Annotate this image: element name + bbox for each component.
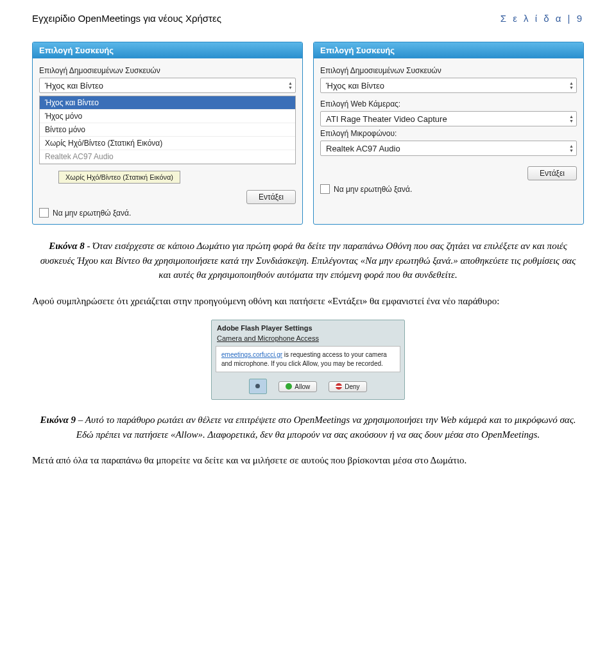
select-value: Ήχος και Βίντεο [326, 81, 384, 90]
caption-lead: Εικόνα 9 [40, 415, 76, 425]
flash-subtitle: Camera and Microphone Access [212, 333, 404, 346]
caption-lead: Εικόνα 8 [49, 241, 85, 251]
device-mode-select[interactable]: Ήχος και Βίντεο ▲▼ [39, 78, 296, 93]
dont-ask-checkbox[interactable] [39, 208, 49, 218]
header-left: Εγχειρίδιο OpenMeetings για νέους Χρήστε… [32, 13, 221, 24]
section-label: Επιλογή Δημοσιευμένων Συσκευών [39, 66, 296, 75]
flash-message: emeetings.corfucci.gr is requesting acce… [216, 346, 400, 372]
spinner-icon: ▲▼ [288, 81, 293, 90]
allow-button[interactable]: Allow [278, 381, 317, 392]
flash-permission-dialog: Adobe Flash Player Settings Camera and M… [211, 320, 405, 400]
device-dialog-left: Επιλογή Συσκευής Επιλογή Δημοσιευμένων Σ… [32, 42, 303, 225]
device-mode-listbox[interactable]: Ήχος και Βίντεο Ήχος μόνο Βίντεο μόνο Χω… [39, 96, 296, 164]
figure-8-caption: Εικόνα 8 - Όταν εισέρχεστε σε κάποιο Δωμ… [38, 239, 578, 282]
list-item[interactable]: Χωρίς Ηχό/Βίντεο (Στατική Εικόνα) [40, 137, 295, 150]
flash-title: Adobe Flash Player Settings [212, 320, 404, 333]
select-value: Ήχος και Βίντεο [45, 81, 103, 90]
list-item[interactable]: Βίντεο μόνο [40, 123, 295, 137]
ok-button[interactable]: Εντάξει [246, 190, 296, 204]
checkbox-label: Να μην ερωτηθώ ξανά. [53, 209, 131, 218]
deny-label: Deny [345, 383, 359, 390]
flash-domain-link[interactable]: emeetings.corfucci.gr [221, 351, 282, 358]
camera-label: Επιλογή Web Κάμερας: [320, 99, 577, 108]
header-right: Σ ε λ ί δ α | 9 [501, 13, 584, 24]
body-paragraph: Μετά από όλα τα παραπάνω θα μπορείτε να … [32, 453, 584, 468]
select-value: ATI Rage Theater Video Capture [326, 114, 447, 124]
list-item[interactable]: Realtek AC97 Audio [40, 150, 295, 164]
spinner-icon: ▲▼ [569, 114, 574, 123]
spinner-icon: ▲▼ [569, 81, 574, 90]
mic-label: Επιλογή Μικροφώνου: [320, 129, 577, 138]
dont-ask-checkbox[interactable] [320, 184, 330, 194]
list-item[interactable]: Ήχος και Βίντεο [40, 96, 295, 110]
dialog-title: Επιλογή Συσκευής [33, 42, 302, 58]
ok-button[interactable]: Εντάξει [527, 166, 577, 180]
page-header: Εγχειρίδιο OpenMeetings για νέους Χρήστε… [32, 13, 584, 24]
spinner-icon: ▲▼ [569, 144, 574, 153]
tooltip: Χωρίς Ηχό/Βίντεο (Στατική Εικόνα) [58, 171, 180, 184]
camera-icon [249, 379, 267, 394]
dialog-title: Επιλογή Συσκευής [314, 42, 583, 58]
body-paragraph: Αφού συμπληρώσετε ότι χρειάζεται στην πρ… [32, 294, 584, 309]
select-value: Realtek AC97 Audio [326, 144, 400, 153]
dialogs-row: Επιλογή Συσκευής Επιλογή Δημοσιευμένων Σ… [32, 42, 584, 225]
deny-icon [336, 383, 342, 390]
caption-rest: - Όταν εισέρχεστε σε κάποιο Δωμάτιο για … [40, 241, 576, 280]
device-dialog-right: Επιλογή Συσκευής Επιλογή Δημοσιευμένων Σ… [313, 42, 584, 225]
mic-select[interactable]: Realtek AC97 Audio ▲▼ [320, 141, 577, 156]
caption-rest: – Αυτό το παράθυρο ρωτάει αν θέλετε να ε… [76, 415, 576, 440]
allow-label: Allow [295, 383, 310, 390]
device-mode-select[interactable]: Ήχος και Βίντεο ▲▼ [320, 78, 577, 93]
camera-select[interactable]: ATI Rage Theater Video Capture ▲▼ [320, 111, 577, 126]
deny-button[interactable]: Deny [329, 381, 366, 392]
checkbox-label: Να μην ερωτηθώ ξανά. [334, 185, 412, 194]
allow-icon [286, 383, 292, 390]
figure-9-caption: Εικόνα 9 – Αυτό το παράθυρο ρωτάει αν θέ… [38, 413, 578, 442]
section-label: Επιλογή Δημοσιευμένων Συσκευών [320, 66, 577, 75]
list-item[interactable]: Ήχος μόνο [40, 110, 295, 123]
